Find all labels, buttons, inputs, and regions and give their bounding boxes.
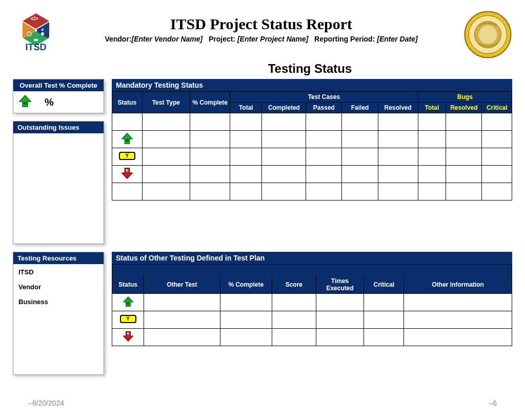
testing-resources-panel: Testing Resources ITSD Vendor Business [13, 252, 104, 375]
itsd-logo: </> ITSD [13, 10, 59, 54]
report-header: </> ITSD ITSD Project Status Report Vend… [13, 10, 512, 59]
col-group-bugs: Bugs [418, 92, 512, 103]
outstanding-issues-header: Outstanding Issues [13, 122, 104, 133]
table-row: G [112, 294, 512, 311]
col-resolved: Resolved [378, 103, 418, 113]
footer-page: –6 [489, 399, 497, 407]
col2-times: Times Executed [316, 276, 364, 294]
status-green-up-icon: G [123, 296, 134, 309]
svg-text:R: R [127, 332, 129, 335]
resource-item: Vendor [18, 283, 98, 291]
status-yellow-icon [119, 152, 135, 160]
col2-othertest: Other Test [144, 276, 220, 294]
col-bcritical: Critical [482, 103, 512, 113]
col-completed: Completed [262, 103, 306, 113]
other-testing-title: Status of Other Testing Defined in Test … [112, 252, 512, 264]
resource-item: ITSD [18, 268, 98, 276]
status-yellow-icon [120, 315, 136, 323]
table-row [112, 148, 512, 166]
table-row [112, 183, 512, 201]
testing-resources-header: Testing Resources [13, 252, 104, 264]
col2-status: Status [112, 276, 144, 294]
status-red-down-icon: R [121, 167, 133, 181]
col-bresolved: Resolved [446, 103, 482, 113]
col2-critical: Critical [364, 276, 404, 294]
status-green-up-icon: G [18, 94, 32, 110]
other-testing-table: Status of Other Testing Defined in Test … [112, 252, 512, 346]
svg-text:G: G [127, 302, 129, 305]
col-btotal: Total [418, 103, 446, 113]
col2-otherinfo: Other Information [404, 276, 512, 294]
resource-item: Business [18, 298, 98, 306]
section-title: Testing Status [108, 62, 512, 76]
footer-date: –9/20/2024 [28, 399, 64, 407]
svg-point-1 [41, 32, 44, 35]
col2-score: Score [272, 276, 316, 294]
col-pctcomplete: % Complete [190, 92, 230, 113]
overall-percent-value: % [45, 96, 54, 108]
table-row: R [112, 166, 512, 183]
page-footer: –9/20/2024 –6 [28, 399, 497, 407]
overall-complete-panel: Overall Test % Complete G % [13, 79, 104, 113]
col-group-testcases: Test Cases [230, 92, 418, 103]
outstanding-issues-panel: Outstanding Issues [13, 121, 104, 244]
table-row [112, 311, 512, 329]
svg-text:ITSD: ITSD [25, 42, 46, 52]
svg-point-2 [42, 29, 44, 31]
svg-text:</>: </> [31, 16, 38, 22]
col-status: Status [112, 92, 143, 113]
svg-point-8 [479, 26, 497, 44]
header-subline: Vendor:[Enter Vendor Name] Project: [Ent… [64, 35, 458, 43]
table-row: G [112, 131, 512, 148]
col-testtype: Test Type [142, 92, 190, 113]
status-red-down-icon: R [123, 331, 134, 344]
mandatory-testing-title: Mandatory Testing Status [112, 79, 512, 91]
svg-text:G: G [126, 138, 129, 143]
col-failed: Failed [342, 103, 378, 113]
col-total: Total [230, 103, 262, 113]
overall-complete-header: Overall Test % Complete [13, 79, 104, 91]
svg-text:R: R [126, 168, 129, 173]
table-row [112, 113, 512, 131]
page-title: ITSD Project Status Report [64, 15, 458, 33]
mandatory-testing-table: Mandatory Testing Status Status Test Typ… [112, 79, 512, 201]
table-row: R [112, 329, 512, 346]
state-seal-icon [463, 10, 512, 59]
col2-pctcomplete: % Complete [220, 276, 272, 294]
col-passed: Passed [306, 103, 342, 113]
svg-text:G: G [24, 101, 27, 106]
status-green-up-icon: G [121, 132, 133, 146]
